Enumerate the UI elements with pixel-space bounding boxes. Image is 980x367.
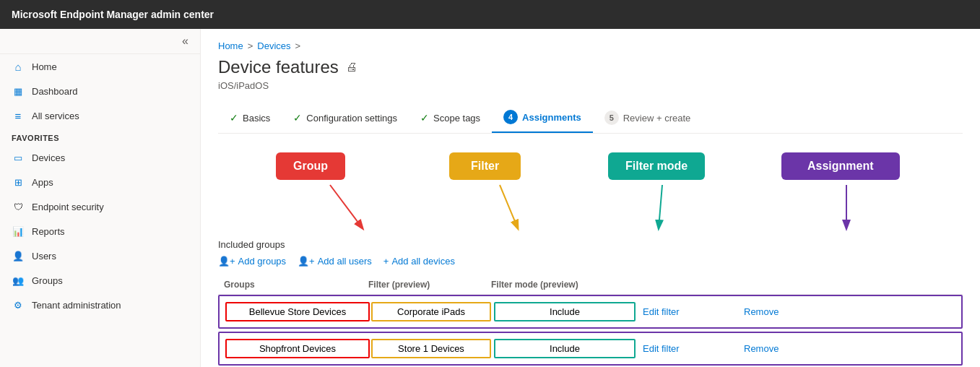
home-icon	[12, 60, 25, 73]
step-scope-tags[interactable]: ✓ Scope tags	[409, 105, 492, 131]
step-config-settings[interactable]: ✓ Configuration settings	[282, 105, 409, 131]
top-bar: Microsoft Endpoint Manager admin center	[0, 0, 980, 29]
add-users-icon: 👤+	[298, 256, 315, 267]
filtermode-cell-1: Include	[494, 302, 636, 321]
sidebar-item-label: Users	[32, 251, 56, 262]
annotation-group-bubble: Group	[276, 152, 345, 180]
action-row: 👤+ Add groups 👤+ Add all users + Add all…	[218, 256, 963, 267]
tenant-icon	[12, 298, 25, 311]
print-icon[interactable]: 🖨	[346, 61, 357, 74]
add-all-devices-link[interactable]: + Add all devices	[383, 256, 455, 267]
annotation-assignment-bubble: Assignment	[781, 152, 900, 180]
sidebar-item-label: Tenant administration	[32, 300, 121, 311]
devices-icon	[12, 151, 25, 164]
col-header-remove	[737, 280, 809, 290]
table-data-row-2: Shopfront Devices Store 1 Devices Includ…	[220, 333, 961, 364]
annotation-filter-bubble: Filter	[449, 152, 521, 180]
step-num-review: 5	[604, 111, 619, 125]
add-devices-icon: +	[383, 256, 389, 267]
breadcrumb-devices[interactable]: Devices	[257, 40, 290, 51]
filtermode-cell-2: Include	[494, 339, 636, 358]
annotation-filtermode-bubble: Filter mode	[608, 152, 705, 180]
users-icon	[12, 249, 25, 262]
table-row: Shopfront Devices Store 1 Devices Includ…	[218, 332, 963, 366]
sidebar-item-label: Groups	[32, 275, 63, 286]
sidebar-collapse-button[interactable]: «	[178, 33, 193, 49]
groups-icon	[12, 274, 25, 287]
step-num-assignments: 4	[503, 110, 518, 124]
sidebar-item-groups[interactable]: Groups	[0, 268, 200, 293]
assignments-area: Group Filter Filter mode Assignment	[218, 145, 963, 367]
main-layout: « Home Dashboard All services FAVORITES …	[0, 29, 980, 367]
step-label-basics: Basics	[243, 113, 270, 124]
favorites-section: FAVORITES	[0, 128, 200, 145]
steps-row: ✓ Basics ✓ Configuration settings ✓ Scop…	[218, 103, 963, 134]
svg-line-0	[330, 185, 363, 228]
security-icon	[12, 200, 25, 213]
content-area: Home > Devices > Device features 🖨 iOS/i…	[201, 29, 980, 367]
filter-cell-2: Store 1 Devices	[371, 339, 491, 358]
step-check-scope: ✓	[420, 112, 429, 124]
group-cell-2: Shopfront Devices	[225, 339, 370, 358]
breadcrumb-sep-2: >	[295, 40, 301, 51]
edit-filter-link-2[interactable]: Edit filter	[637, 343, 738, 354]
step-basics[interactable]: ✓ Basics	[218, 105, 282, 131]
dashboard-icon	[12, 85, 25, 98]
sidebar-item-label: Devices	[32, 152, 65, 163]
step-label-config: Configuration settings	[306, 113, 397, 124]
app-title: Microsoft Endpoint Manager admin center	[12, 9, 214, 20]
sidebar-item-devices[interactable]: Devices	[0, 145, 200, 170]
step-check-config: ✓	[293, 112, 302, 124]
sidebar-item-tenant-admin[interactable]: Tenant administration	[0, 293, 200, 317]
step-check-basics: ✓	[230, 112, 238, 124]
breadcrumb-sep-1: >	[248, 40, 253, 51]
step-label-scope: Scope tags	[433, 113, 480, 124]
sidebar-item-label: Reports	[32, 226, 65, 237]
sidebar-item-users[interactable]: Users	[0, 243, 200, 268]
sidebar-item-home[interactable]: Home	[0, 54, 200, 79]
sidebar-item-endpoint-security[interactable]: Endpoint security	[0, 194, 200, 219]
sidebar-item-label: Dashboard	[32, 86, 78, 97]
col-header-filtermode: Filter mode (preview)	[491, 280, 636, 290]
sidebar-item-reports[interactable]: Reports	[0, 219, 200, 243]
step-label-review: Review + create	[623, 113, 691, 124]
col-header-edit	[636, 280, 737, 290]
breadcrumb: Home > Devices >	[218, 40, 963, 51]
page-title-row: Device features 🖨	[218, 57, 963, 77]
services-icon	[12, 109, 25, 122]
edit-filter-link-1[interactable]: Edit filter	[637, 306, 738, 317]
table-data-row-1: Bellevue Store Devices Corporate iPads I…	[220, 296, 961, 327]
step-assignments[interactable]: 4 Assignments	[492, 103, 593, 133]
page-subtitle: iOS/iPadOS	[218, 80, 963, 91]
step-label-assignments: Assignments	[522, 112, 581, 123]
col-header-groups: Groups	[224, 280, 368, 290]
sidebar-item-label: Endpoint security	[32, 202, 104, 212]
favorites-label: FAVORITES	[12, 134, 59, 142]
svg-line-1	[500, 185, 518, 228]
page-title: Device features	[218, 57, 339, 77]
remove-link-1[interactable]: Remove	[738, 306, 810, 317]
sidebar-item-label: All services	[32, 111, 79, 121]
table-header: Groups Filter (preview) Filter mode (pre…	[218, 275, 963, 295]
sidebar-item-apps[interactable]: Apps	[0, 170, 200, 194]
breadcrumb-home[interactable]: Home	[218, 40, 243, 51]
sidebar: « Home Dashboard All services FAVORITES …	[0, 29, 201, 367]
sidebar-item-dashboard[interactable]: Dashboard	[0, 79, 200, 103]
filter-cell-1: Corporate iPads	[371, 302, 491, 321]
sidebar-item-all-services[interactable]: All services	[0, 103, 200, 128]
add-all-users-link[interactable]: 👤+ Add all users	[298, 256, 372, 267]
sidebar-item-label: Apps	[32, 177, 53, 188]
included-groups-label: Included groups	[218, 239, 963, 250]
add-groups-link[interactable]: 👤+ Add groups	[218, 256, 286, 267]
apps-icon	[12, 176, 25, 189]
sidebar-item-label: Home	[32, 61, 57, 72]
add-groups-icon: 👤+	[218, 256, 235, 267]
remove-link-2[interactable]: Remove	[738, 343, 810, 354]
step-review-create[interactable]: 5 Review + create	[593, 103, 703, 132]
table-row: Bellevue Store Devices Corporate iPads I…	[218, 295, 963, 329]
col-header-filter: Filter (preview)	[368, 280, 491, 290]
reports-icon	[12, 225, 25, 238]
group-cell-1: Bellevue Store Devices	[225, 302, 370, 321]
sidebar-collapse-row: «	[0, 29, 200, 54]
svg-line-2	[659, 185, 662, 228]
